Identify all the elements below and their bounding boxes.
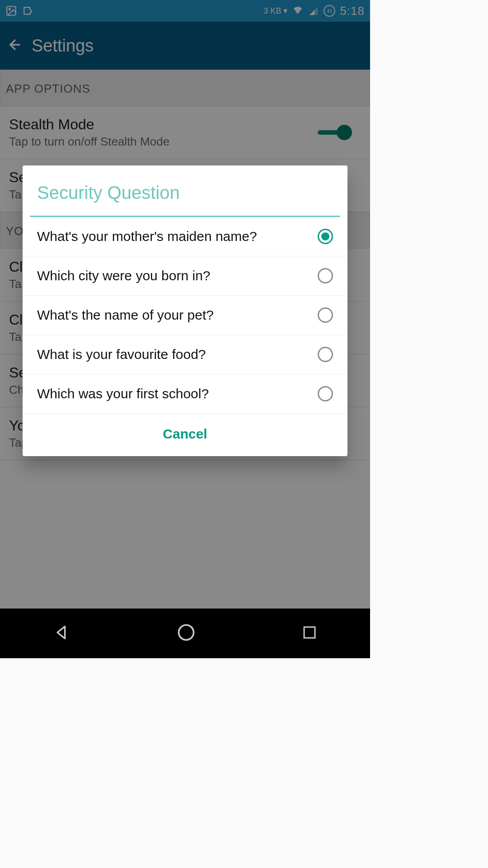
security-question-dialog: Security Question What's your mother's m… [23, 165, 347, 456]
security-question-option[interactable]: Which city were you born in? [23, 256, 347, 296]
nav-home-icon[interactable] [176, 623, 196, 644]
dialog-title: Security Question [23, 165, 347, 216]
option-label: What is your favourite food? [37, 347, 318, 362]
radio-icon[interactable] [318, 268, 333, 283]
svg-rect-3 [304, 627, 315, 638]
nav-recent-icon[interactable] [301, 624, 318, 642]
nav-bar [0, 609, 370, 658]
security-question-option[interactable]: What's the name of your pet? [23, 296, 347, 335]
cancel-button[interactable]: Cancel [23, 414, 347, 456]
radio-icon[interactable] [318, 386, 333, 401]
security-question-option[interactable]: What is your favourite food? [23, 335, 347, 374]
security-question-option[interactable]: What's your mother's maiden name? [23, 217, 347, 256]
option-label: Which was your first school? [37, 386, 318, 401]
security-question-option[interactable]: Which was your first school? [23, 374, 347, 414]
radio-icon[interactable] [318, 347, 333, 362]
radio-icon[interactable] [318, 229, 333, 244]
option-label: Which city were you born in? [37, 268, 318, 283]
nav-back-icon[interactable] [53, 623, 71, 643]
option-label: What's your mother's maiden name? [37, 229, 318, 244]
svg-point-2 [178, 625, 193, 640]
radio-icon[interactable] [318, 307, 333, 323]
option-label: What's the name of your pet? [37, 307, 318, 323]
